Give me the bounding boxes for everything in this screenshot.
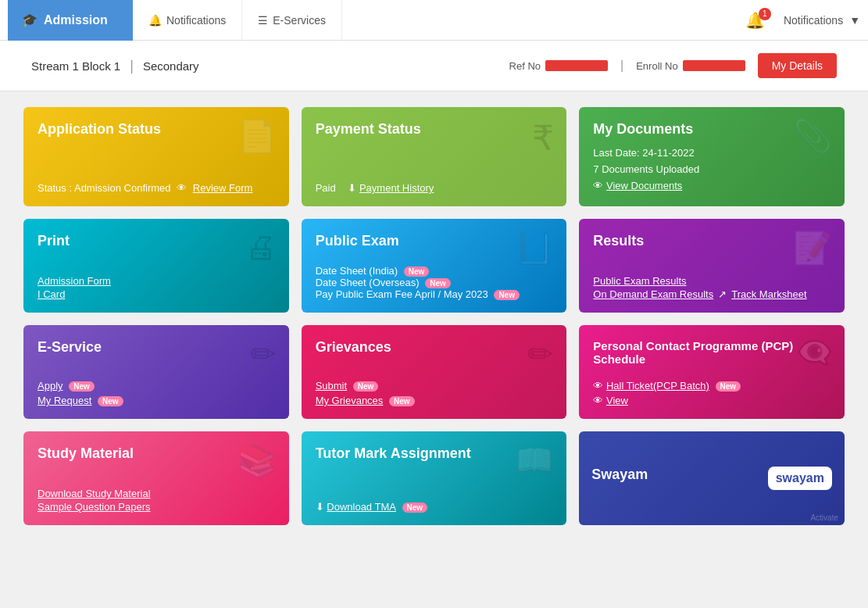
my-grievances-link[interactable]: My Grievances xyxy=(316,395,384,406)
my-grievances-row: My Grievances New xyxy=(316,395,553,406)
eye-icon2: 👁 xyxy=(593,180,603,191)
breadcrumb-bar: Stream 1 Block 1 | Secondary Ref No | En… xyxy=(0,41,868,91)
enroll-no-field: Enroll No xyxy=(636,60,745,72)
header: 🎓 Admission 🔔 Notifications ☰ E-Services… xyxy=(0,0,868,41)
apply-link[interactable]: Apply xyxy=(38,380,63,392)
new-badge-1: New xyxy=(404,266,430,277)
print-card: Print 🖨 Admission Form I Card xyxy=(23,219,289,313)
results-row2: On Demand Exam Results ↗ Track Marksheet xyxy=(593,288,830,300)
track-marksheet-link[interactable]: Track Marksheet xyxy=(731,288,806,300)
review-form-link[interactable]: Review Form xyxy=(193,182,253,194)
icard-link[interactable]: I Card xyxy=(38,288,275,300)
application-status-body: Status : Admission Confirmed 👁 Review Fo… xyxy=(38,182,275,194)
activate-watermark: Activate xyxy=(810,513,838,522)
ref-label: Ref No xyxy=(509,60,541,72)
view-documents-link[interactable]: View Documents xyxy=(606,178,682,195)
bell-icon: 🔔 xyxy=(148,14,162,27)
public-exam-results-link[interactable]: Public Exam Results xyxy=(593,275,830,287)
hall-ticket-link[interactable]: Hall Ticket(PCP Batch) xyxy=(606,380,709,392)
download-tma-row: ⬇ Download TMA New xyxy=(316,501,553,513)
docs-uploaded: 7 Documents Uploaded xyxy=(593,162,830,178)
eservice-body: Apply New My Request New xyxy=(38,380,275,406)
nav-notifications[interactable]: 🔔 Notifications xyxy=(133,0,242,41)
pcp-title: Personal Contact Programme (PCP) Schedul… xyxy=(593,339,830,366)
new-badge-submit: New xyxy=(353,381,379,392)
breadcrumb-separator: | xyxy=(130,58,134,74)
tma-book-icon: 📖 xyxy=(515,442,554,479)
header-notifications-label: Notifications xyxy=(784,14,843,27)
print-icon: 🖨 xyxy=(245,230,277,265)
print-title: Print xyxy=(38,233,275,249)
new-badge-3: New xyxy=(494,290,520,300)
ref-value xyxy=(545,60,608,71)
eye-icon4: 👁 xyxy=(593,395,603,406)
download-icon: ⬇ xyxy=(348,182,356,194)
eservice-title: E-Service xyxy=(38,339,275,356)
download-icon2: ⬇ xyxy=(316,501,324,513)
paperclip-icon: 📎 xyxy=(793,118,832,155)
pipe-sep: | xyxy=(620,59,623,73)
tma-body: ⬇ Download TMA New xyxy=(316,501,553,513)
submit-link[interactable]: Submit xyxy=(316,380,347,392)
download-tma-link[interactable]: Download TMA xyxy=(327,501,396,513)
results-body: Public Exam Results On Demand Exam Resul… xyxy=(593,274,830,300)
date-sheet-overseas: Date Sheet (Overseas) New xyxy=(316,277,553,288)
new-badge-pcp: New xyxy=(716,381,741,392)
rupee-icon: ₹ xyxy=(532,118,554,158)
enroll-value xyxy=(683,60,745,71)
new-badge-tma: New xyxy=(402,502,428,513)
breadcrumb-right: Ref No | Enroll No My Details xyxy=(509,53,837,78)
nav-notifications-label: Notifications xyxy=(166,14,226,27)
study-icon: 📚 xyxy=(238,442,277,479)
eservice-icon: ✏ xyxy=(250,336,277,372)
my-details-button[interactable]: My Details xyxy=(758,53,837,78)
eye-icon3: 👁 xyxy=(593,380,603,392)
pcp-icon: 👁‍🗨 xyxy=(797,336,832,369)
dropdown-arrow-icon: ▼ xyxy=(849,14,860,27)
grievances-title: Grievances xyxy=(316,339,553,356)
submit-row: Submit New xyxy=(316,380,553,392)
grievances-icon: ✏ xyxy=(527,336,554,372)
pcp-view-link[interactable]: View xyxy=(606,395,628,406)
swayam-logo-text: swayam xyxy=(776,471,824,485)
admission-nav[interactable]: 🎓 Admission xyxy=(8,0,133,41)
header-notifications-btn[interactable]: 🔔 1 Notifications ▼ xyxy=(745,11,860,30)
nav-eservices-label: E-Services xyxy=(273,14,326,27)
study-material-card: Study Material 📚 Download Study Material… xyxy=(23,431,289,525)
study-material-body: Download Study Material Sample Question … xyxy=(38,486,275,513)
on-demand-results-link[interactable]: On Demand Exam Results xyxy=(593,288,713,300)
hall-ticket-row: 👁 Hall Ticket(PCP Batch) New xyxy=(593,380,830,392)
grievances-body: Submit New My Grievances New xyxy=(316,380,553,406)
new-badge-apply: New xyxy=(69,381,95,392)
eye-icon: 👁 xyxy=(177,182,187,194)
print-body: Admission Form I Card xyxy=(38,274,275,300)
pcp-card: Personal Contact Programme (PCP) Schedul… xyxy=(579,325,845,419)
payment-history-link[interactable]: Payment History xyxy=(359,182,434,194)
new-badge-request: New xyxy=(98,396,123,406)
eservice-card: E-Service ✏ Apply New My Request New xyxy=(23,325,289,419)
sample-papers-link[interactable]: Sample Question Papers xyxy=(38,501,275,513)
pcp-body: 👁 Hall Ticket(PCP Batch) New 👁 View xyxy=(593,380,830,406)
results-card: Results 📝 Public Exam Results On Demand … xyxy=(579,219,845,313)
stream-label: Stream 1 Block 1 xyxy=(31,59,120,73)
main-grid: Application Status 📄 Status : Admission … xyxy=(0,107,868,541)
pay-exam-fee: Pay Public Exam Fee April / May 2023 New xyxy=(316,288,553,300)
new-badge-2: New xyxy=(425,278,451,288)
public-exam-body: Date Sheet (India) New Date Sheet (Overs… xyxy=(316,265,553,300)
paid-text: Paid xyxy=(316,182,336,194)
swayam-logo: swayam xyxy=(768,467,832,490)
my-request-row: My Request New xyxy=(38,395,275,406)
header-nav: 🔔 Notifications ☰ E-Services xyxy=(133,0,745,41)
payment-status-title: Payment Status xyxy=(316,121,553,138)
application-status-card: Application Status 📄 Status : Admission … xyxy=(23,107,289,206)
apply-row: Apply New xyxy=(38,380,275,392)
swayam-title: Swayam xyxy=(591,467,648,491)
my-request-link[interactable]: My Request xyxy=(38,395,91,406)
eservices-icon: ☰ xyxy=(258,14,268,27)
admission-form-link[interactable]: Admission Form xyxy=(38,275,275,287)
download-study-link[interactable]: Download Study Material xyxy=(38,488,275,499)
edit-icon: 📝 xyxy=(793,230,832,266)
admission-icon: 🎓 xyxy=(22,13,38,27)
nav-eservices[interactable]: ☰ E-Services xyxy=(242,0,342,41)
swayam-card: Swayam swayam Activate xyxy=(579,431,845,525)
